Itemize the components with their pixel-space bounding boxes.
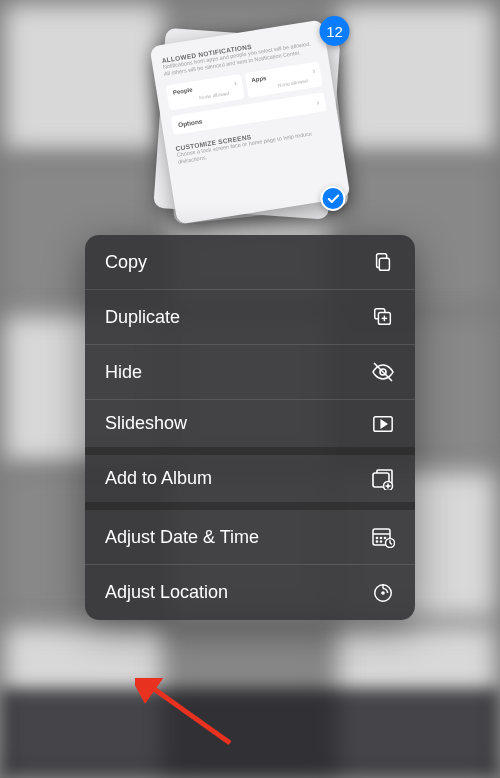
menu-item-adjust-date-time[interactable]: Adjust Date & Time (85, 510, 415, 565)
menu-label: Adjust Location (105, 582, 228, 603)
selected-photos-preview-stack[interactable]: ALLOWED NOTIFICATIONS Notifications from… (153, 22, 348, 217)
menu-item-hide[interactable]: Hide (85, 345, 415, 400)
svg-marker-7 (381, 420, 387, 427)
photo-context-menu: Copy Duplicate Hide Slideshow Add to Alb… (85, 235, 415, 620)
add-album-icon (371, 467, 395, 491)
svg-point-15 (380, 537, 381, 538)
svg-point-17 (376, 541, 377, 542)
svg-point-14 (376, 537, 377, 538)
menu-label: Duplicate (105, 307, 180, 328)
selection-count-badge: 12 (320, 16, 350, 46)
duplicate-icon (371, 305, 395, 329)
svg-rect-0 (379, 258, 389, 270)
calendar-icon (371, 525, 395, 549)
menu-item-add-to-album[interactable]: Add to Album (85, 455, 415, 510)
hide-icon (371, 360, 395, 384)
menu-item-adjust-location[interactable]: Adjust Location (85, 565, 415, 620)
copy-icon (371, 250, 395, 274)
svg-point-16 (384, 537, 385, 538)
menu-label: Adjust Date & Time (105, 527, 259, 548)
preview-apps-box: Apps None allowed (244, 62, 322, 99)
menu-item-slideshow[interactable]: Slideshow (85, 400, 415, 455)
selection-check-badge (321, 186, 346, 211)
location-icon (371, 581, 395, 605)
menu-item-duplicate[interactable]: Duplicate (85, 290, 415, 345)
menu-label: Hide (105, 362, 142, 383)
preview-people-box: People None allowed (166, 74, 244, 111)
menu-label: Copy (105, 252, 147, 273)
slideshow-icon (371, 412, 395, 436)
svg-point-18 (380, 541, 381, 542)
svg-point-23 (382, 591, 384, 593)
menu-label: Slideshow (105, 413, 187, 434)
menu-item-copy[interactable]: Copy (85, 235, 415, 290)
menu-label: Add to Album (105, 468, 212, 489)
